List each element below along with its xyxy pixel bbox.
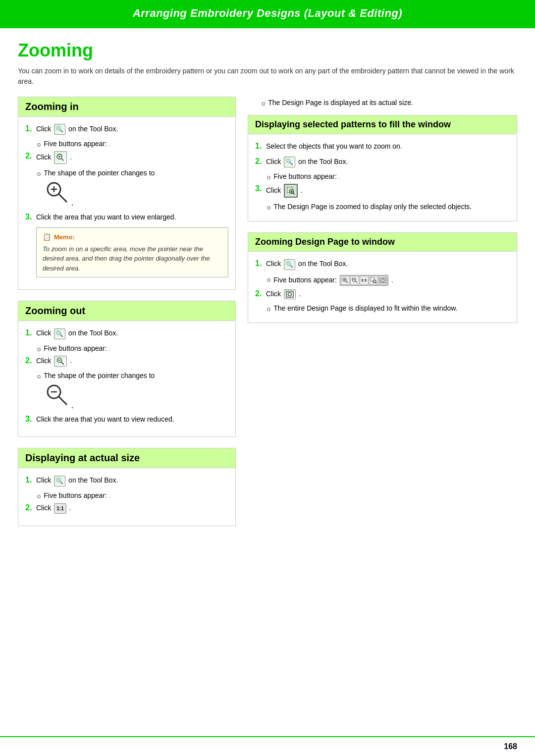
svg-point-30: [381, 279, 384, 282]
memo-icon: 📋: [43, 232, 51, 242]
step-dp-2: 2. Click .: [255, 289, 510, 299]
btn-zoom-fit[interactable]: [378, 276, 387, 285]
step-actual-2: 2. Click 1:1 .: [25, 503, 228, 514]
step-num-3: 3.: [25, 213, 36, 221]
section-selected-content: 1. Select the objects that you want to z…: [248, 134, 517, 221]
step-out-2-sub: o The shape of the pointer changes to: [37, 372, 228, 380]
step-sel-2: 2. Click 🔍 on the Tool Box.: [255, 157, 510, 167]
svg-line-10: [61, 362, 64, 365]
step-in-2: 2. Click: [25, 151, 228, 164]
zoom-in-btn[interactable]: [54, 151, 67, 164]
section-zooming-in-header: Zooming in: [18, 97, 235, 117]
step-dp-num-2: 2.: [255, 289, 266, 298]
step-sel-1: 1. Select the objects that you want to z…: [255, 141, 510, 152]
btn-zoom-in[interactable]: [341, 276, 350, 285]
section-design-page: Zooming Design Page to window 1. Click 🔍…: [248, 232, 517, 323]
step-dp-text-1: Click 🔍 on the Tool Box.: [266, 259, 510, 270]
actual-size-note-bullet: o The Design Page is displayed at its ac…: [262, 99, 517, 107]
section-zooming-out-content: 1. Click 🔍 on the Tool Box. o Five butto…: [18, 321, 235, 436]
btn-zoom-out[interactable]: [350, 276, 359, 285]
section-design-page-header: Zooming Design Page to window: [248, 233, 517, 252]
step-out-num-2: 2.: [25, 356, 36, 365]
step-sel-num-3: 3.: [255, 184, 266, 193]
step-in-1: 1. Click 🔍 on the Tool Box.: [25, 124, 228, 135]
zoom-out-toolbox-btn[interactable]: [54, 356, 67, 367]
step-out-text-1: Click 🔍 on the Tool Box.: [36, 328, 228, 339]
section-zooming-out-header: Zooming out: [18, 301, 235, 321]
step-sel-num-1: 1.: [255, 142, 266, 151]
zoom-in-cursor-display: .: [45, 180, 228, 208]
section-zooming-out: Zooming out 1. Click 🔍 on the Tool Box. …: [18, 301, 236, 437]
intro-text: You can zoom in to work on details of th…: [18, 66, 517, 87]
right-column: o The Design Page is displayed at its ac…: [248, 97, 517, 334]
step-actual-num-2: 2.: [25, 503, 36, 512]
btn-zoom-selected[interactable]: [369, 276, 378, 285]
svg-rect-26: [371, 277, 374, 281]
memo-box: 📋 Memo: To zoom in on a specific area, m…: [36, 227, 228, 278]
two-column-layout: Zooming in 1. Click 🔍 on the Tool Box. o…: [18, 97, 517, 537]
step-num-2: 2.: [25, 152, 36, 161]
svg-line-13: [59, 397, 67, 405]
section-design-page-content: 1. Click 🔍 on the Tool Box. o Five butto…: [248, 252, 517, 323]
zoom-out-cursor-display: .: [45, 383, 228, 411]
page-number: 168: [504, 742, 517, 751]
step-out-text-2: Click .: [36, 356, 228, 367]
step-actual-text-1: Click 🔍 on the Tool Box.: [36, 475, 228, 486]
zoom-selected-btn[interactable]: [284, 184, 298, 198]
svg-line-7: [59, 194, 67, 202]
step-actual-text-2: Click 1:1 .: [36, 503, 228, 514]
step-sel-3: 3. Click: [255, 184, 510, 198]
step-actual-1: 1. Click 🔍 on the Tool Box.: [25, 475, 228, 486]
step-sel-text-1: Select the objects that you want to zoom…: [266, 141, 510, 152]
main-content: Zooming You can zoom in to work on detai…: [0, 28, 535, 555]
step-out-num-1: 1.: [25, 328, 36, 337]
step-sel-num-2: 2.: [255, 157, 266, 166]
section-actual-size-header: Displaying at actual size: [18, 448, 235, 468]
section-actual-size-content: 1. Click 🔍 on the Tool Box. o Five butto…: [18, 468, 235, 525]
zoom-actual-toolbox-btn[interactable]: 🔍: [54, 476, 65, 486]
svg-line-16: [293, 193, 295, 195]
step-sel-2-sub: o Five buttons appear: .: [267, 172, 510, 181]
section-zooming-in: Zooming in 1. Click 🔍 on the Tool Box. o…: [18, 97, 236, 290]
step-out-2: 2. Click .: [25, 356, 228, 367]
step-sel-text-2: Click 🔍 on the Tool Box.: [266, 157, 510, 167]
step-dp-text-2: Click .: [266, 289, 510, 299]
svg-line-28: [375, 282, 376, 283]
memo-title: 📋 Memo:: [43, 232, 222, 242]
zoom-toolbox-icon[interactable]: 🔍: [54, 124, 65, 135]
left-column: Zooming in 1. Click 🔍 on the Tool Box. o…: [18, 97, 236, 537]
svg-point-32: [288, 292, 292, 296]
svg-line-25: [355, 281, 357, 283]
five-buttons-icons: 1:1: [340, 275, 388, 286]
section-selected-patterns: Displaying selected patterns to fill the…: [248, 115, 517, 221]
step-actual-num-1: 1.: [25, 476, 36, 485]
step-sel-text-3: Click .: [266, 184, 510, 198]
actual-size-btn[interactable]: 1:1: [54, 503, 66, 514]
step-out-text-3: Click the area that you want to view red…: [36, 414, 228, 425]
step-dp-1: 1. Click 🔍 on the Tool Box.: [255, 259, 510, 270]
step-dp-1-sub: o Five buttons appear:: [267, 275, 510, 286]
step-out-num-3: 3.: [25, 415, 36, 424]
actual-size-note: o The Design Page is displayed at its ac…: [248, 99, 517, 107]
zoom-toolbox-icon-out[interactable]: 🔍: [54, 328, 65, 339]
step-text-3: Click the area that you want to view enl…: [36, 212, 228, 222]
section-zooming-in-content: 1. Click 🔍 on the Tool Box. o Five butto…: [18, 117, 235, 289]
step-in-1-sub: o Five buttons appear: .: [37, 140, 228, 148]
section-selected-header: Displaying selected patterns to fill the…: [248, 115, 517, 134]
zoom-fit-btn[interactable]: [284, 289, 296, 299]
svg-rect-31: [286, 291, 293, 297]
btn-actual-size[interactable]: 1:1: [360, 276, 369, 285]
step-out-1-sub: o Five buttons appear: .: [37, 344, 228, 353]
svg-line-3: [61, 159, 64, 161]
zoom-dp-toolbox-btn[interactable]: 🔍: [284, 259, 295, 270]
section-actual-size: Displaying at actual size 1. Click 🔍 on …: [18, 448, 236, 526]
step-sel-3-sub: o The Design Page is zoomed to display o…: [267, 203, 510, 211]
footer-bar: 168: [0, 736, 535, 756]
step-out-3: 3. Click the area that you want to view …: [25, 414, 228, 425]
step-text: Click 🔍 on the Tool Box.: [36, 124, 228, 135]
step-dp-num-1: 1.: [255, 259, 266, 268]
step-in-2-sub: o The shape of the pointer changes to: [37, 169, 228, 177]
svg-line-22: [346, 281, 348, 283]
header-bar: Arranging Embroidery Designs (Layout & E…: [0, 0, 535, 27]
zoom-sel-toolbox-btn[interactable]: 🔍: [284, 157, 295, 167]
